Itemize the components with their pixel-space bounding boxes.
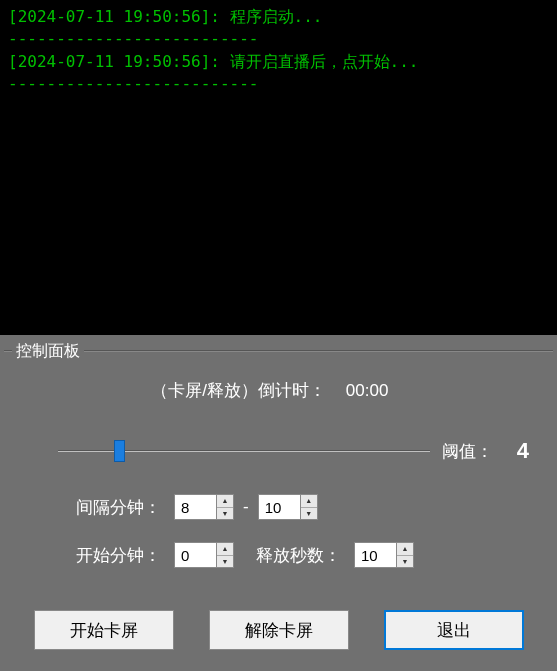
slider-thumb[interactable] [114, 440, 125, 462]
start-label: 开始分钟： [76, 544, 166, 567]
start-down[interactable]: ▼ [217, 556, 233, 568]
log-timestamp: [2024-07-11 19:50:56] [8, 7, 210, 26]
interval-min-spinner: ▲ ▼ [174, 494, 234, 520]
threshold-slider[interactable] [58, 441, 430, 461]
interval-max-down[interactable]: ▼ [301, 508, 317, 520]
release-label: 释放秒数： [256, 544, 346, 567]
log-divider: -------------------------- [8, 28, 549, 50]
release-freeze-button[interactable]: 解除卡屏 [209, 610, 349, 650]
interval-label: 间隔分钟： [76, 496, 166, 519]
start-spinner: ▲ ▼ [174, 542, 234, 568]
log-message: 程序启动... [230, 7, 323, 26]
interval-min-up[interactable]: ▲ [217, 495, 233, 508]
release-spinner: ▲ ▼ [354, 542, 414, 568]
control-panel: 控制面板 （卡屏/释放）倒计时： 00:00 阈值： 4 间隔分钟： ▲ ▼ -… [4, 343, 553, 671]
release-down[interactable]: ▼ [397, 556, 413, 568]
dash: - [243, 497, 249, 517]
log-entry: [2024-07-11 19:50:56]: 程序启动... [8, 6, 549, 28]
start-release-row: 开始分钟： ▲ ▼ 释放秒数： ▲ ▼ [76, 542, 539, 568]
start-input[interactable] [174, 542, 216, 568]
panel-title: 控制面板 [12, 341, 84, 362]
interval-max-spinner: ▲ ▼ [258, 494, 318, 520]
interval-row: 间隔分钟： ▲ ▼ - ▲ ▼ [76, 494, 539, 520]
countdown-label: （卡屏/释放）倒计时： [151, 379, 326, 402]
log-timestamp: [2024-07-11 19:50:56] [8, 52, 210, 71]
interval-min-input[interactable] [174, 494, 216, 520]
start-up[interactable]: ▲ [217, 543, 233, 556]
interval-min-down[interactable]: ▼ [217, 508, 233, 520]
start-freeze-button[interactable]: 开始卡屏 [34, 610, 174, 650]
button-row: 开始卡屏 解除卡屏 退出 [26, 610, 531, 650]
log-divider: -------------------------- [8, 73, 549, 95]
threshold-label: 阈值： [442, 440, 493, 463]
threshold-slider-row: 阈值： 4 [58, 438, 529, 464]
interval-max-up[interactable]: ▲ [301, 495, 317, 508]
interval-max-input[interactable] [258, 494, 300, 520]
release-input[interactable] [354, 542, 396, 568]
log-area: [2024-07-11 19:50:56]: 程序启动... ---------… [0, 0, 557, 335]
countdown-value: 00:00 [346, 381, 406, 401]
exit-button[interactable]: 退出 [384, 610, 524, 650]
countdown-row: （卡屏/释放）倒计时： 00:00 [18, 379, 539, 402]
log-message: 请开启直播后，点开始... [230, 52, 419, 71]
release-up[interactable]: ▲ [397, 543, 413, 556]
log-entry: [2024-07-11 19:50:56]: 请开启直播后，点开始... [8, 51, 549, 73]
threshold-value: 4 [505, 438, 529, 464]
